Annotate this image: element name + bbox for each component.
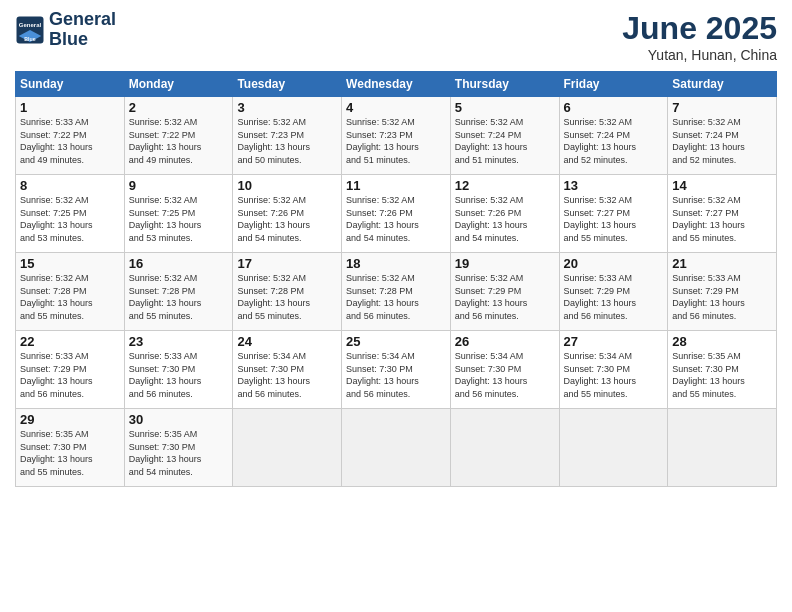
day-info: Sunrise: 5:32 AM Sunset: 7:28 PM Dayligh… (20, 272, 120, 322)
calendar-cell: 8Sunrise: 5:32 AM Sunset: 7:25 PM Daylig… (16, 175, 125, 253)
weekday-friday: Friday (559, 72, 668, 97)
day-info: Sunrise: 5:32 AM Sunset: 7:22 PM Dayligh… (129, 116, 229, 166)
calendar-cell: 25Sunrise: 5:34 AM Sunset: 7:30 PM Dayli… (342, 331, 451, 409)
month-title: June 2025 (622, 10, 777, 47)
day-number: 4 (346, 100, 446, 115)
calendar-cell: 15Sunrise: 5:32 AM Sunset: 7:28 PM Dayli… (16, 253, 125, 331)
day-info: Sunrise: 5:35 AM Sunset: 7:30 PM Dayligh… (20, 428, 120, 478)
day-number: 11 (346, 178, 446, 193)
day-info: Sunrise: 5:33 AM Sunset: 7:29 PM Dayligh… (672, 272, 772, 322)
calendar-cell: 22Sunrise: 5:33 AM Sunset: 7:29 PM Dayli… (16, 331, 125, 409)
calendar-cell: 16Sunrise: 5:32 AM Sunset: 7:28 PM Dayli… (124, 253, 233, 331)
title-area: June 2025 Yutan, Hunan, China (622, 10, 777, 63)
calendar-week-1: 1Sunrise: 5:33 AM Sunset: 7:22 PM Daylig… (16, 97, 777, 175)
calendar-week-4: 22Sunrise: 5:33 AM Sunset: 7:29 PM Dayli… (16, 331, 777, 409)
day-number: 7 (672, 100, 772, 115)
day-info: Sunrise: 5:34 AM Sunset: 7:30 PM Dayligh… (564, 350, 664, 400)
calendar-cell: 9Sunrise: 5:32 AM Sunset: 7:25 PM Daylig… (124, 175, 233, 253)
weekday-header-row: SundayMondayTuesdayWednesdayThursdayFrid… (16, 72, 777, 97)
calendar-cell (559, 409, 668, 487)
day-info: Sunrise: 5:32 AM Sunset: 7:28 PM Dayligh… (346, 272, 446, 322)
day-info: Sunrise: 5:32 AM Sunset: 7:24 PM Dayligh… (564, 116, 664, 166)
calendar-cell: 28Sunrise: 5:35 AM Sunset: 7:30 PM Dayli… (668, 331, 777, 409)
day-info: Sunrise: 5:32 AM Sunset: 7:25 PM Dayligh… (129, 194, 229, 244)
calendar-cell: 14Sunrise: 5:32 AM Sunset: 7:27 PM Dayli… (668, 175, 777, 253)
weekday-thursday: Thursday (450, 72, 559, 97)
day-number: 24 (237, 334, 337, 349)
weekday-monday: Monday (124, 72, 233, 97)
calendar-table: SundayMondayTuesdayWednesdayThursdayFrid… (15, 71, 777, 487)
day-number: 17 (237, 256, 337, 271)
day-info: Sunrise: 5:32 AM Sunset: 7:24 PM Dayligh… (455, 116, 555, 166)
day-info: Sunrise: 5:32 AM Sunset: 7:23 PM Dayligh… (346, 116, 446, 166)
calendar-cell: 4Sunrise: 5:32 AM Sunset: 7:23 PM Daylig… (342, 97, 451, 175)
day-number: 14 (672, 178, 772, 193)
logo-text: General Blue (49, 10, 116, 50)
day-number: 9 (129, 178, 229, 193)
day-info: Sunrise: 5:33 AM Sunset: 7:29 PM Dayligh… (564, 272, 664, 322)
day-number: 29 (20, 412, 120, 427)
day-number: 13 (564, 178, 664, 193)
calendar-cell: 12Sunrise: 5:32 AM Sunset: 7:26 PM Dayli… (450, 175, 559, 253)
calendar-container: General Blue General Blue June 2025 Yuta… (0, 0, 792, 497)
day-number: 15 (20, 256, 120, 271)
day-info: Sunrise: 5:34 AM Sunset: 7:30 PM Dayligh… (346, 350, 446, 400)
calendar-cell: 20Sunrise: 5:33 AM Sunset: 7:29 PM Dayli… (559, 253, 668, 331)
svg-text:Blue: Blue (24, 35, 35, 41)
day-number: 18 (346, 256, 446, 271)
calendar-cell: 26Sunrise: 5:34 AM Sunset: 7:30 PM Dayli… (450, 331, 559, 409)
calendar-cell: 5Sunrise: 5:32 AM Sunset: 7:24 PM Daylig… (450, 97, 559, 175)
day-info: Sunrise: 5:32 AM Sunset: 7:29 PM Dayligh… (455, 272, 555, 322)
calendar-cell: 23Sunrise: 5:33 AM Sunset: 7:30 PM Dayli… (124, 331, 233, 409)
day-number: 6 (564, 100, 664, 115)
header-row: General Blue General Blue June 2025 Yuta… (15, 10, 777, 63)
day-info: Sunrise: 5:32 AM Sunset: 7:27 PM Dayligh… (564, 194, 664, 244)
day-info: Sunrise: 5:33 AM Sunset: 7:30 PM Dayligh… (129, 350, 229, 400)
day-number: 21 (672, 256, 772, 271)
calendar-week-2: 8Sunrise: 5:32 AM Sunset: 7:25 PM Daylig… (16, 175, 777, 253)
day-number: 12 (455, 178, 555, 193)
weekday-sunday: Sunday (16, 72, 125, 97)
day-number: 26 (455, 334, 555, 349)
day-info: Sunrise: 5:34 AM Sunset: 7:30 PM Dayligh… (455, 350, 555, 400)
day-info: Sunrise: 5:32 AM Sunset: 7:26 PM Dayligh… (455, 194, 555, 244)
calendar-week-5: 29Sunrise: 5:35 AM Sunset: 7:30 PM Dayli… (16, 409, 777, 487)
day-info: Sunrise: 5:32 AM Sunset: 7:27 PM Dayligh… (672, 194, 772, 244)
day-info: Sunrise: 5:32 AM Sunset: 7:23 PM Dayligh… (237, 116, 337, 166)
weekday-saturday: Saturday (668, 72, 777, 97)
day-info: Sunrise: 5:32 AM Sunset: 7:28 PM Dayligh… (129, 272, 229, 322)
weekday-wednesday: Wednesday (342, 72, 451, 97)
calendar-cell: 2Sunrise: 5:32 AM Sunset: 7:22 PM Daylig… (124, 97, 233, 175)
day-number: 5 (455, 100, 555, 115)
day-number: 19 (455, 256, 555, 271)
day-number: 3 (237, 100, 337, 115)
day-info: Sunrise: 5:32 AM Sunset: 7:26 PM Dayligh… (237, 194, 337, 244)
calendar-cell: 18Sunrise: 5:32 AM Sunset: 7:28 PM Dayli… (342, 253, 451, 331)
calendar-cell: 11Sunrise: 5:32 AM Sunset: 7:26 PM Dayli… (342, 175, 451, 253)
calendar-cell: 30Sunrise: 5:35 AM Sunset: 7:30 PM Dayli… (124, 409, 233, 487)
svg-text:General: General (19, 22, 42, 28)
day-info: Sunrise: 5:35 AM Sunset: 7:30 PM Dayligh… (672, 350, 772, 400)
day-number: 23 (129, 334, 229, 349)
day-number: 27 (564, 334, 664, 349)
calendar-cell: 21Sunrise: 5:33 AM Sunset: 7:29 PM Dayli… (668, 253, 777, 331)
calendar-cell: 29Sunrise: 5:35 AM Sunset: 7:30 PM Dayli… (16, 409, 125, 487)
day-number: 25 (346, 334, 446, 349)
calendar-cell: 19Sunrise: 5:32 AM Sunset: 7:29 PM Dayli… (450, 253, 559, 331)
day-info: Sunrise: 5:35 AM Sunset: 7:30 PM Dayligh… (129, 428, 229, 478)
calendar-cell (233, 409, 342, 487)
calendar-cell (342, 409, 451, 487)
calendar-cell: 7Sunrise: 5:32 AM Sunset: 7:24 PM Daylig… (668, 97, 777, 175)
calendar-cell: 27Sunrise: 5:34 AM Sunset: 7:30 PM Dayli… (559, 331, 668, 409)
day-number: 16 (129, 256, 229, 271)
calendar-cell: 1Sunrise: 5:33 AM Sunset: 7:22 PM Daylig… (16, 97, 125, 175)
logo-icon: General Blue (15, 15, 45, 45)
day-number: 22 (20, 334, 120, 349)
location: Yutan, Hunan, China (622, 47, 777, 63)
day-info: Sunrise: 5:34 AM Sunset: 7:30 PM Dayligh… (237, 350, 337, 400)
day-info: Sunrise: 5:32 AM Sunset: 7:24 PM Dayligh… (672, 116, 772, 166)
calendar-week-3: 15Sunrise: 5:32 AM Sunset: 7:28 PM Dayli… (16, 253, 777, 331)
day-number: 10 (237, 178, 337, 193)
calendar-body: 1Sunrise: 5:33 AM Sunset: 7:22 PM Daylig… (16, 97, 777, 487)
calendar-cell: 13Sunrise: 5:32 AM Sunset: 7:27 PM Dayli… (559, 175, 668, 253)
